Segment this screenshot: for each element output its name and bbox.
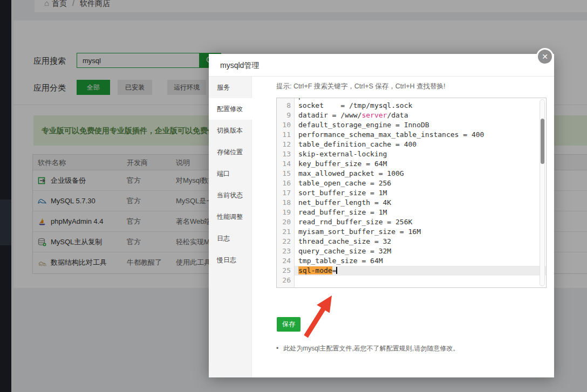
tab-switch-version[interactable]: 切换版本	[209, 120, 251, 141]
editor-scrollbar-thumb[interactable]	[541, 119, 544, 164]
red-annotation-arrow-icon	[304, 293, 342, 347]
active-code-line: 25sql-mode=	[277, 266, 546, 276]
close-icon[interactable]: ✕	[536, 48, 554, 65]
editor-scrollbar-track	[540, 99, 545, 286]
tab-port[interactable]: 端口	[209, 163, 251, 184]
dialog-tab-list: 服务 配置修改 切换版本 存储位置 端口 当前状态 性能调整 日志 慢日志	[209, 77, 252, 377]
bullet-icon: •	[276, 345, 278, 352]
config-code-editor[interactable]: 7port = 3306 8socket = /tmp/mysql.sock 9…	[276, 98, 547, 288]
tab-log[interactable]: 日志	[209, 228, 251, 249]
search-match-highlight: sql-mode	[298, 266, 332, 274]
text-cursor	[336, 267, 337, 274]
save-button[interactable]: 保存	[277, 317, 301, 332]
tab-service[interactable]: 服务	[209, 77, 251, 98]
tab-current-status[interactable]: 当前状态	[209, 184, 251, 206]
dialog-header: mysqld管理	[209, 54, 554, 77]
config-edit-panel: 提示: Ctrl+F 搜索关键字，Ctrl+S 保存，Ctrl+H 查找替换! …	[252, 77, 554, 377]
software-store-page: ⌂首页/软件商店 应用搜索 应用分类 全部 已安装 运行环境 专业版可以免费使用…	[0, 0, 587, 392]
tab-slow-log[interactable]: 慢日志	[209, 249, 251, 271]
dialog-title: mysqld管理	[220, 54, 259, 77]
tab-config-edit[interactable]: 配置修改	[209, 98, 252, 120]
mysqld-manage-dialog: mysqld管理 ✕ 服务 配置修改 切换版本 存储位置 端口 当前状态 性能调…	[209, 54, 554, 377]
editor-hint: 提示: Ctrl+F 搜索关键字，Ctrl+S 保存，Ctrl+H 查找替换!	[276, 82, 446, 91]
highlighted-token: server	[361, 111, 387, 119]
tab-performance[interactable]: 性能调整	[209, 206, 251, 228]
code-lines: 7port = 3306 8socket = /tmp/mysql.sock 9…	[277, 98, 546, 285]
tab-storage-location[interactable]: 存储位置	[209, 141, 251, 163]
